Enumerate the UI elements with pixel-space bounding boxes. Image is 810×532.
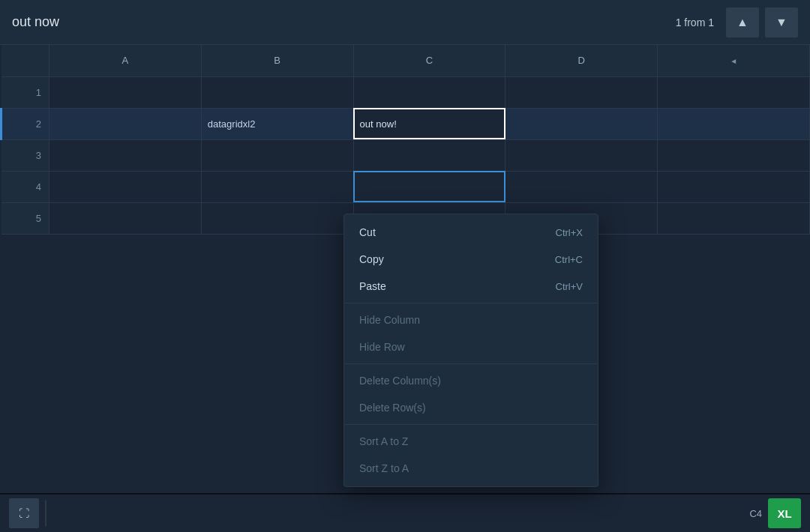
menu-item-sort-z-a-label: Sort Z to A: [359, 462, 409, 474]
menu-item-hide-row-label: Hide Row: [359, 341, 405, 353]
cell-e4[interactable]: [658, 171, 810, 202]
cell-c1[interactable]: [353, 76, 506, 108]
corner-cell: [2, 45, 50, 76]
menu-item-sort-a-z: Sort A to Z: [344, 428, 598, 455]
col-header-d[interactable]: D: [506, 45, 658, 76]
cell-d4[interactable]: [506, 171, 658, 202]
menu-divider-3: [344, 424, 598, 425]
cell-a3[interactable]: [50, 139, 202, 171]
menu-item-cut[interactable]: Cut Ctrl+X: [344, 219, 598, 246]
nav-up-button[interactable]: ▲: [726, 7, 759, 37]
cell-e3[interactable]: [658, 139, 810, 171]
table-row: 4: [2, 171, 810, 202]
cell-a5[interactable]: [50, 202, 202, 234]
menu-item-cut-label: Cut: [359, 226, 376, 238]
cell-d2[interactable]: [506, 108, 658, 139]
header-bar: out now 1 from 1 ▲ ▼: [0, 0, 810, 45]
context-menu: Cut Ctrl+X Copy Ctrl+C Paste Ctrl+V Hide…: [344, 214, 598, 487]
menu-item-hide-column: Hide Column: [344, 306, 598, 333]
menu-item-paste[interactable]: Paste Ctrl+V: [344, 273, 598, 300]
cell-e1[interactable]: [658, 76, 810, 108]
menu-item-sort-z-a: Sort Z to A: [344, 455, 598, 482]
formula-bar[interactable]: [45, 500, 46, 527]
expand-icon: ⛶: [19, 507, 29, 519]
cell-a4[interactable]: [50, 171, 202, 202]
menu-item-paste-label: Paste: [359, 280, 386, 292]
cell-e2[interactable]: [658, 108, 810, 139]
column-header-row: A B C D ◄: [2, 45, 810, 76]
menu-item-delete-columns-label: Delete Column(s): [359, 375, 441, 387]
menu-item-delete-rows: Delete Row(s): [344, 394, 598, 421]
cell-reference: C4: [749, 508, 762, 519]
cell-d3[interactable]: [506, 139, 658, 171]
row-number-5: 5: [2, 202, 50, 234]
cell-b5[interactable]: [201, 202, 353, 234]
menu-item-paste-shortcut: Ctrl+V: [556, 281, 583, 292]
table-row: 2 datagridxl2 out now!: [2, 108, 810, 139]
menu-item-copy-shortcut: Ctrl+C: [555, 254, 583, 265]
menu-item-delete-rows-label: Delete Row(s): [359, 402, 426, 414]
cell-c2[interactable]: out now!: [353, 108, 506, 139]
cell-a2[interactable]: [50, 108, 202, 139]
status-right: C4 XL: [749, 498, 801, 528]
col-header-c[interactable]: C: [353, 45, 506, 76]
menu-item-copy[interactable]: Copy Ctrl+C: [344, 246, 598, 273]
menu-item-cut-shortcut: Ctrl+X: [556, 227, 583, 238]
cell-b1[interactable]: [201, 76, 353, 108]
menu-item-sort-a-z-label: Sort A to Z: [359, 435, 408, 447]
col-header-arrow[interactable]: ◄: [658, 45, 810, 76]
nav-down-button[interactable]: ▼: [765, 7, 798, 37]
col-header-b[interactable]: B: [201, 45, 353, 76]
cell-c3[interactable]: [353, 139, 506, 171]
spreadsheet: A B C D ◄ 1 2 datagridxl2 out: [0, 45, 810, 235]
cell-e5[interactable]: [658, 202, 810, 234]
table-row: 3: [2, 139, 810, 171]
collapse-arrow-icon: ◄: [730, 57, 737, 65]
menu-item-hide-column-label: Hide Column: [359, 314, 420, 326]
row-number-3: 3: [2, 139, 50, 171]
menu-item-copy-label: Copy: [359, 253, 384, 265]
table-row: 1: [2, 76, 810, 108]
xl-badge: XL: [768, 498, 801, 528]
header-right: 1 from 1 ▲ ▼: [676, 7, 798, 37]
status-left: ⛶: [9, 498, 46, 528]
row-number-4: 4: [2, 171, 50, 202]
cell-b3[interactable]: [201, 139, 353, 171]
cell-d1[interactable]: [506, 76, 658, 108]
col-header-a[interactable]: A: [50, 45, 202, 76]
row-number-2: 2: [2, 108, 50, 139]
menu-item-hide-row: Hide Row: [344, 333, 598, 360]
menu-item-delete-columns: Delete Column(s): [344, 367, 598, 394]
cell-a1[interactable]: [50, 76, 202, 108]
cell-c4[interactable]: [353, 171, 506, 202]
menu-divider-1: [344, 303, 598, 303]
row-number-1: 1: [2, 76, 50, 108]
cell-b4[interactable]: [201, 171, 353, 202]
expand-button[interactable]: ⛶: [9, 498, 39, 528]
search-count: 1 from 1: [676, 16, 714, 28]
status-bar: ⛶ C4 XL: [0, 493, 810, 532]
cell-b2[interactable]: datagridxl2: [201, 108, 353, 139]
menu-divider-2: [344, 363, 598, 364]
header-title: out now: [12, 14, 59, 30]
